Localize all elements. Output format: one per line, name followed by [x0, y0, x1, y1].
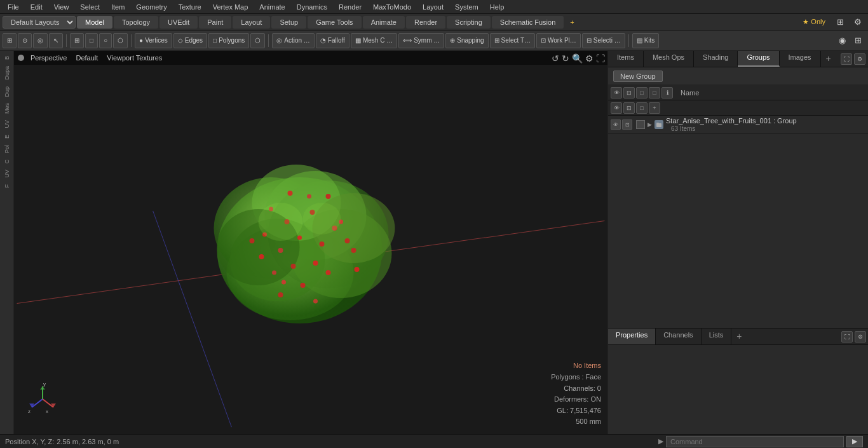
row-checkbox[interactable] — [636, 120, 645, 129]
list-render-icon[interactable]: ⊡ — [623, 87, 635, 98]
bottom-tab-plus[interactable]: + — [731, 329, 747, 344]
toolbar-select-tool-btn[interactable]: ⊞ Select T… — [490, 33, 536, 48]
panel-list[interactable]: 👁 ⊡ ▶ Star_Anise_Tree_with_Fruits_001 : … — [608, 116, 868, 328]
sidebar-label-mes[interactable]: Mes — [3, 100, 11, 116]
list-render-icon2[interactable]: ⊡ — [623, 102, 635, 114]
tab-items[interactable]: Items — [608, 51, 644, 67]
menu-dynamics[interactable]: Dynamics — [292, 2, 332, 12]
menu-item[interactable]: Item — [106, 2, 130, 12]
menu-help[interactable]: Help — [485, 2, 510, 12]
menu-animate[interactable]: Animate — [254, 2, 290, 12]
layout-tab-schematic-fusion[interactable]: Schematic Fusion — [492, 16, 564, 29]
sidebar-label-f[interactable]: F — [3, 182, 11, 191]
command-run-button[interactable]: ▶ — [846, 436, 863, 447]
new-group-button[interactable]: New Group — [613, 71, 663, 82]
toolbar-cylinder-btn[interactable]: ⬡ — [113, 33, 128, 48]
toolbar-mesh-btn[interactable]: ▦ Mesh C … — [351, 33, 397, 48]
toolbar-vertices-btn[interactable]: ● Vertices — [135, 33, 172, 48]
menu-file[interactable]: File — [3, 2, 24, 12]
menu-render[interactable]: Render — [334, 2, 367, 12]
bottom-expand-icon[interactable]: ⛶ — [841, 331, 853, 343]
panel-tab-plus[interactable]: + — [821, 51, 836, 67]
menu-texture[interactable]: Texture — [173, 2, 207, 12]
command-input[interactable] — [666, 436, 844, 447]
panel-expand-icon[interactable]: ⛶ — [841, 53, 852, 65]
toolbar-grid-btn[interactable]: ⊞ — [70, 33, 84, 48]
sidebar-label-b[interactable]: B — [3, 53, 11, 62]
toolbar-polygons-btn[interactable]: □ Polygons — [208, 33, 249, 48]
menu-vertex-map[interactable]: Vertex Map — [208, 2, 254, 12]
sidebar-label-dup2[interactable]: Dup — [3, 84, 11, 100]
toolbar-sphere-btn[interactable]: ○ — [99, 33, 112, 48]
tab-groups[interactable]: Groups — [738, 51, 779, 67]
menu-geometry[interactable]: Geometry — [131, 2, 172, 12]
list-row-group1[interactable]: 👁 ⊡ ▶ Star_Anise_Tree_with_Fruits_001 : … — [608, 116, 868, 134]
toolbar-kits-btn[interactable]: ▤ Kits — [632, 33, 660, 48]
row-eye-icon[interactable]: 👁 — [611, 119, 621, 130]
layout-tab-topology[interactable]: Topology — [114, 16, 158, 29]
sidebar-label-uv2[interactable]: UV — [3, 167, 11, 180]
bottom-settings-icon[interactable]: ⚙ — [855, 331, 866, 343]
layout-tab-uvedit[interactable]: UVEdit — [159, 16, 198, 29]
bottom-tab-properties[interactable]: Properties — [608, 329, 656, 344]
viewport-settings-icon[interactable]: ⚙ — [585, 53, 593, 64]
row-expand-icon[interactable]: ▶ — [648, 121, 652, 128]
default-label[interactable]: Default — [73, 54, 100, 62]
menu-view[interactable]: View — [49, 2, 74, 12]
row-render-icon[interactable]: ⊡ — [622, 119, 632, 130]
toolbar-symm-btn[interactable]: ⟺ Symm … — [398, 33, 444, 48]
sidebar-label-e[interactable]: E — [3, 132, 11, 141]
layout-tab-plus[interactable]: + — [565, 17, 579, 28]
toolbar-action-btn[interactable]: ◎ Action … — [272, 33, 315, 48]
toolbar-more-btn[interactable]: ⬡ — [250, 33, 265, 48]
sidebar-label-c[interactable]: C — [3, 157, 11, 166]
toolbar-edges-btn[interactable]: ◇ Edges — [173, 33, 207, 48]
layout-tab-animate[interactable]: Animate — [363, 16, 405, 29]
scene-canvas[interactable]: x z y No Items Polygons : Face Channels:… — [14, 51, 607, 434]
menu-layout[interactable]: Layout — [417, 2, 449, 12]
perspective-label[interactable]: Perspective — [28, 54, 69, 62]
sidebar-label-pol[interactable]: Pol — [3, 142, 11, 156]
toolbar-work-plane-btn[interactable]: ⊡ Work Pl… — [536, 33, 581, 48]
toolbar-snapping-btn[interactable]: ⊕ Snapping — [445, 33, 488, 48]
layout-expand-icon[interactable]: ⊞ — [833, 16, 848, 28]
menu-maxtomodo[interactable]: MaxToModo — [368, 2, 416, 12]
layout-tab-setup[interactable]: Setup — [271, 16, 306, 29]
layout-tab-model[interactable]: Model — [77, 16, 112, 29]
layout-tab-scripting[interactable]: Scripting — [447, 16, 491, 29]
toolbar-selecti-btn[interactable]: ⊟ Selecti … — [582, 33, 625, 48]
list-info-icon[interactable]: ℹ — [661, 87, 673, 98]
tab-shading[interactable]: Shading — [694, 51, 738, 67]
menu-select[interactable]: Select — [75, 2, 105, 12]
texture-label[interactable]: Viewport Textures — [104, 54, 165, 62]
bottom-tab-channels[interactable]: Channels — [656, 329, 701, 344]
menu-system[interactable]: System — [450, 2, 484, 12]
layout-settings-icon[interactable]: ⚙ — [850, 16, 865, 28]
viewport-expand-icon[interactable]: ⛶ — [596, 53, 605, 64]
layout-tab-game-tools[interactable]: Game Tools — [308, 16, 362, 29]
layout-tab-render[interactable]: Render — [406, 16, 445, 29]
viewport-rotate-icon[interactable]: ↻ — [562, 53, 569, 64]
sidebar-label-dup1[interactable]: Dupa — [3, 64, 11, 83]
toolbar-select-btn[interactable]: ↖ — [49, 33, 63, 48]
toolbar-sphere-view-btn[interactable]: ◉ — [835, 34, 850, 46]
viewport[interactable]: Perspective Default Viewport Textures ↺ … — [14, 51, 607, 434]
panel-settings-icon[interactable]: ⚙ — [854, 53, 865, 65]
layout-star-only[interactable]: ★ Only — [797, 16, 831, 28]
tab-mesh-ops[interactable]: Mesh Ops — [644, 51, 694, 67]
toolbar-transform-btn[interactable]: ⊞ — [3, 33, 17, 48]
list-lock-icon2[interactable]: □ — [636, 102, 648, 114]
toolbar-box-btn[interactable]: □ — [85, 33, 98, 48]
sidebar-label-uv[interactable]: UV — [3, 118, 11, 131]
layout-dropdown[interactable]: Default Layouts — [3, 16, 76, 29]
bottom-tab-lists[interactable]: Lists — [702, 329, 732, 344]
list-eye-icon[interactable]: 👁 — [611, 87, 622, 98]
list-type-icon[interactable]: □ — [649, 87, 660, 98]
menu-edit[interactable]: Edit — [25, 2, 48, 12]
layout-tab-layout[interactable]: Layout — [233, 16, 270, 29]
layout-tab-paint[interactable]: Paint — [199, 16, 231, 29]
toolbar-circle-btn[interactable]: ⊙ — [18, 33, 32, 48]
list-eye-icon2[interactable]: 👁 — [611, 102, 622, 114]
toolbar-lasso-btn[interactable]: ◎ — [33, 33, 48, 48]
toolbar-falloff-btn[interactable]: ◔ Falloff — [316, 33, 349, 48]
